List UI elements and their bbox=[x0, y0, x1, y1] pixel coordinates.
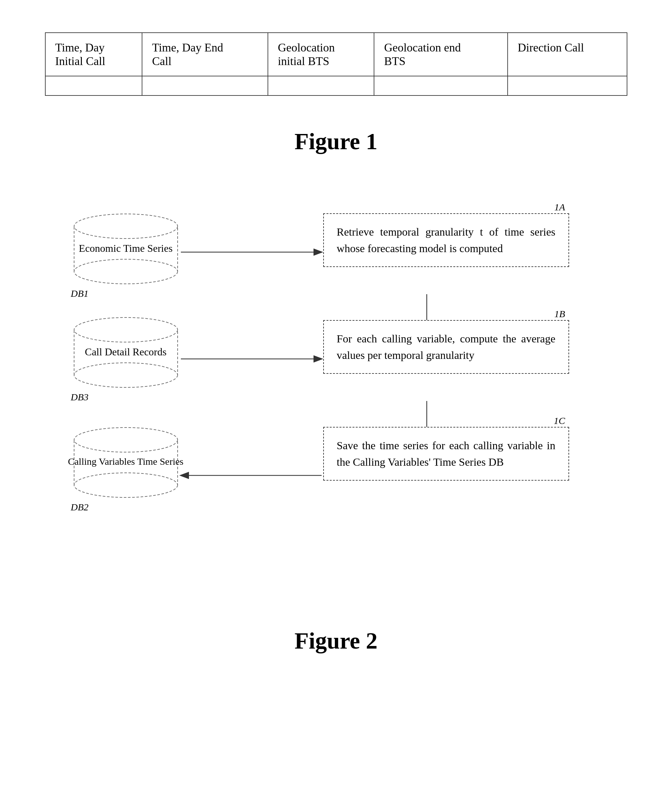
figure2-section: Economic Time Series DB1 1A Retrieve tem… bbox=[26, 194, 646, 654]
step1b-text: For each calling variable, compute the a… bbox=[337, 333, 555, 361]
step1c-text: Save the time series for each calling va… bbox=[337, 439, 555, 468]
figure2-title: Figure 2 bbox=[294, 628, 378, 654]
svg-point-10 bbox=[74, 317, 178, 342]
col2-line2: Call bbox=[152, 55, 171, 67]
db3-label: Call Detail Records bbox=[85, 346, 166, 358]
col3-line2: initial BTS bbox=[278, 55, 330, 67]
table-cell-col2: Time, Day End Call bbox=[142, 33, 268, 76]
svg-point-13 bbox=[74, 428, 178, 452]
empty-cell-2 bbox=[142, 76, 268, 96]
table-row-empty bbox=[45, 76, 627, 96]
db3-id: DB3 bbox=[71, 392, 89, 402]
figure1-table-container: Time, Day Initial Call Time, Day End Cal… bbox=[45, 32, 627, 96]
empty-cell-4 bbox=[374, 76, 508, 96]
col4-line1: Geolocation end bbox=[384, 41, 461, 54]
table-cell-col4: Geolocation end BTS bbox=[374, 33, 508, 76]
db1-cylinder: Economic Time Series DB1 bbox=[71, 213, 181, 284]
figure1-title: Figure 1 bbox=[294, 128, 378, 155]
col5-line1: Direction Call bbox=[518, 41, 584, 54]
step1c-label: 1C bbox=[554, 413, 565, 428]
db1-id: DB1 bbox=[71, 288, 89, 299]
col1-line1: Time, Day bbox=[55, 41, 105, 54]
col2-line1: Time, Day End bbox=[152, 41, 223, 54]
svg-point-7 bbox=[74, 214, 178, 239]
col3-line1: Geolocation bbox=[278, 41, 335, 54]
db2-cylinder: Calling Variables Time Series DB2 bbox=[71, 427, 181, 498]
page: Time, Day Initial Call Time, Day End Cal… bbox=[0, 0, 672, 790]
step1b-box: 1B For each calling variable, compute th… bbox=[323, 320, 569, 374]
empty-cell-3 bbox=[268, 76, 374, 96]
svg-point-11 bbox=[74, 363, 178, 388]
figure1-table: Time, Day Initial Call Time, Day End Cal… bbox=[45, 32, 627, 96]
table-cell-col5: Direction Call bbox=[508, 33, 627, 76]
step1a-text: Retrieve temporal granularity t of time … bbox=[337, 226, 555, 255]
svg-point-8 bbox=[74, 259, 178, 284]
step1a-box: 1A Retrieve temporal granularity t of ti… bbox=[323, 213, 569, 267]
db2-id: DB2 bbox=[71, 502, 89, 513]
table-row: Time, Day Initial Call Time, Day End Cal… bbox=[45, 33, 627, 76]
db1-label: Economic Time Series bbox=[79, 242, 173, 255]
figure1-section: Time, Day Initial Call Time, Day End Cal… bbox=[26, 32, 646, 181]
svg-point-14 bbox=[74, 473, 178, 497]
empty-cell-5 bbox=[508, 76, 627, 96]
db3-cylinder: Call Detail Records DB3 bbox=[71, 317, 181, 388]
step1a-label: 1A bbox=[554, 200, 565, 214]
col4-line2: BTS bbox=[384, 55, 405, 67]
flowchart: Economic Time Series DB1 1A Retrieve tem… bbox=[45, 194, 627, 582]
db2-label: Calling Variables Time Series bbox=[68, 456, 184, 467]
table-cell-col3: Geolocation initial BTS bbox=[268, 33, 374, 76]
col1-line2: Initial Call bbox=[55, 55, 106, 67]
step1b-label: 1B bbox=[554, 306, 565, 321]
table-cell-col1: Time, Day Initial Call bbox=[45, 33, 142, 76]
empty-cell-1 bbox=[45, 76, 142, 96]
step1c-box: 1C Save the time series for each calling… bbox=[323, 427, 569, 481]
